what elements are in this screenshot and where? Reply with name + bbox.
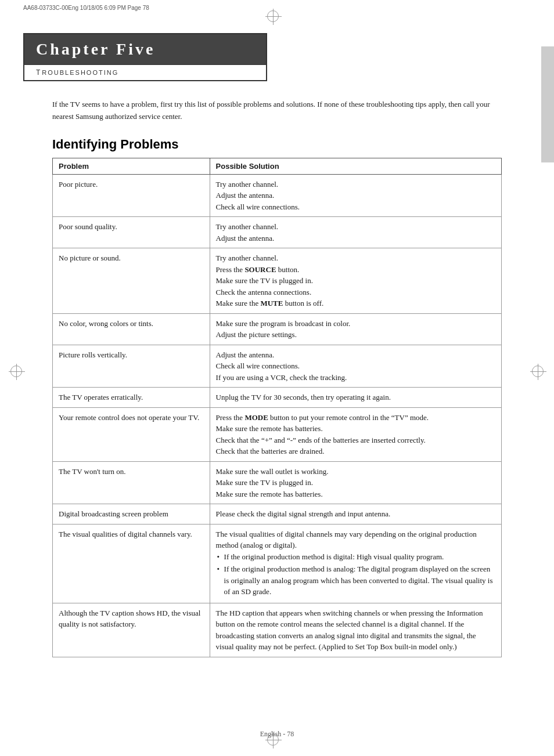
solution-cell: Try another channel. Press the SOURCE bu… bbox=[210, 248, 501, 314]
bold-mute: MUTE bbox=[260, 299, 283, 308]
solution-cell: Press the MODE button to put your remote… bbox=[210, 407, 501, 461]
page-container: AA68-03733C-00Eng 10/18/05 6:09 PM Page … bbox=[0, 0, 554, 756]
bold-source: SOURCE bbox=[244, 265, 276, 274]
table-row: Although the TV caption shows HD, the vi… bbox=[53, 603, 502, 657]
problem-cell: No color, wrong colors or tints. bbox=[53, 313, 210, 345]
registration-mark-right bbox=[532, 366, 544, 377]
list-item: If the original production method is dig… bbox=[216, 551, 495, 563]
problem-cell: Picture rolls vertically. bbox=[53, 345, 210, 388]
main-content: If the TV seems to have a problem, first… bbox=[52, 99, 502, 657]
problem-cell: The TV operates erratically. bbox=[53, 388, 210, 408]
solution-cell: Adjust the antenna. Check all wire conne… bbox=[210, 345, 501, 388]
problem-cell: The visual qualities of digital channels… bbox=[53, 524, 210, 603]
solution-cell: The HD caption that appears when switchi… bbox=[210, 603, 501, 657]
registration-mark-top bbox=[267, 10, 279, 22]
problem-cell: The TV won't turn on. bbox=[53, 461, 210, 504]
solution-cell: The visual qualities of digital channels… bbox=[210, 524, 501, 603]
registration-mark-left bbox=[10, 366, 22, 377]
problem-cell: Your remote control does not operate you… bbox=[53, 407, 210, 461]
problems-table: Problem Possible Solution Poor picture. … bbox=[52, 158, 502, 657]
table-row: Picture rolls vertically. Adjust the ant… bbox=[53, 345, 502, 388]
intro-text: If the TV seems to have a problem, first… bbox=[52, 99, 502, 123]
section-heading: Identifying Problems bbox=[52, 137, 502, 152]
table-row: The TV won't turn on. Make sure the wall… bbox=[53, 461, 502, 504]
table-row: The TV operates erratically. Unplug the … bbox=[53, 388, 502, 408]
problem-cell: No picture or sound. bbox=[53, 248, 210, 314]
chapter-title-row: Chapter Five bbox=[24, 34, 266, 64]
chapter-subtitle: TROUBLESHOOTING bbox=[36, 68, 254, 77]
chapter-title: Chapter Five bbox=[36, 40, 254, 59]
chapter-header-box: Chapter Five TROUBLESHOOTING bbox=[23, 33, 267, 81]
solution-cell: Unplug the TV for 30 seconds, then try o… bbox=[210, 388, 501, 408]
side-tab bbox=[541, 46, 554, 162]
problem-cell: Poor sound quality. bbox=[53, 217, 210, 248]
file-info: AA68-03733C-00Eng 10/18/05 6:09 PM Page … bbox=[23, 5, 149, 11]
bold-mode: MODE bbox=[244, 413, 268, 422]
list-item: If the original production method is ana… bbox=[216, 563, 495, 598]
solution-bullets: If the original production method is dig… bbox=[216, 551, 495, 598]
page-number: English - 78 bbox=[260, 730, 294, 738]
table-row: No picture or sound. Try another channel… bbox=[53, 248, 502, 314]
table-row: Poor sound quality. Try another channel.… bbox=[53, 217, 502, 248]
problem-cell: Digital broadcasting screen problem bbox=[53, 504, 210, 525]
problem-cell: Although the TV caption shows HD, the vi… bbox=[53, 603, 210, 657]
chapter-subtitle-row: TROUBLESHOOTING bbox=[24, 64, 266, 80]
solution-cell: Make sure the program is broadcast in co… bbox=[210, 313, 501, 345]
solution-cell: Try another channel. Adjust the antenna.… bbox=[210, 174, 501, 217]
solution-cell: Please check the digital signal strength… bbox=[210, 504, 501, 525]
problem-cell: Poor picture. bbox=[53, 174, 210, 217]
table-row: Poor picture. Try another channel. Adjus… bbox=[53, 174, 502, 217]
page-footer: English - 78 bbox=[0, 730, 554, 739]
solution-cell: Make sure the wall outlet is working. Ma… bbox=[210, 461, 501, 504]
col-problem-header: Problem bbox=[53, 158, 210, 174]
table-row: No color, wrong colors or tints. Make su… bbox=[53, 313, 502, 345]
table-header-row: Problem Possible Solution bbox=[53, 158, 502, 174]
table-row: Your remote control does not operate you… bbox=[53, 407, 502, 461]
table-row: Digital broadcasting screen problem Plea… bbox=[53, 504, 502, 525]
col-solution-header: Possible Solution bbox=[210, 158, 501, 174]
solution-cell: Try another channel. Adjust the antenna. bbox=[210, 217, 501, 248]
table-row: The visual qualities of digital channels… bbox=[53, 524, 502, 603]
